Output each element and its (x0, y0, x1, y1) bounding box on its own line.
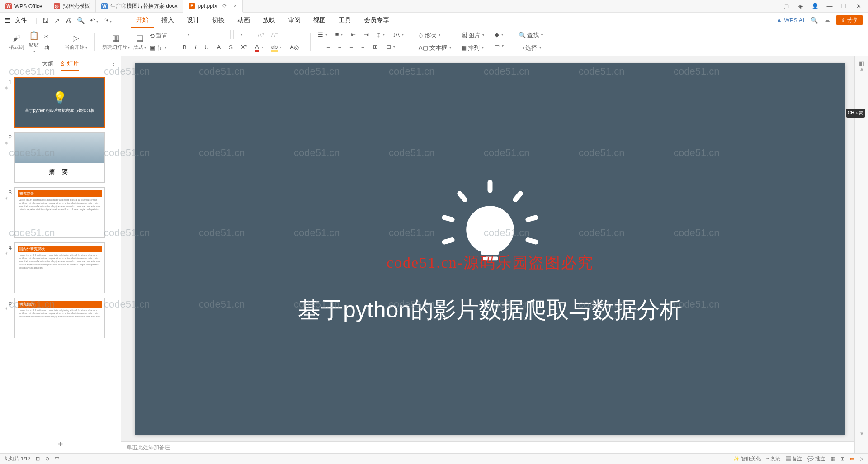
maximize-icon[interactable]: ❐ (841, 3, 847, 9)
status-comments[interactable]: 💬 批注 (807, 455, 825, 462)
tab-slideshow[interactable]: 放映 (257, 14, 281, 27)
tab-view[interactable]: 视图 (308, 14, 331, 27)
close-tab-icon[interactable]: × (233, 2, 237, 9)
bold-button[interactable]: B (181, 42, 189, 53)
align-vertical-button[interactable]: ⊟▾ (384, 42, 397, 52)
save-icon[interactable]: 🖫 (42, 17, 49, 24)
italic-button[interactable]: I (193, 42, 198, 53)
layout-button[interactable]: ▤版式▾ (132, 32, 148, 52)
indent-right-button[interactable]: ⇥ (362, 30, 371, 39)
status-notes[interactable]: ▤ 备注 (786, 455, 802, 462)
align-left-button[interactable]: ≡ (325, 42, 332, 52)
add-slide-button[interactable]: + (0, 436, 121, 453)
current-start-button[interactable]: ▷当前开始▾ (63, 32, 89, 52)
find-button[interactable]: 🔍查找▾ (517, 30, 545, 41)
slide-thumbnail-5[interactable]: 研究目的 Lorem ipsum dolor sit amet consecte… (14, 298, 105, 338)
decrease-font-button[interactable]: A⁻ (269, 30, 280, 39)
slide[interactable]: 基于python的影片数据爬取与数据分析 code51.cn-源码乐园盗图必究 (135, 63, 845, 435)
copy-button[interactable]: ⿻ (42, 43, 52, 52)
search-icon[interactable]: 🔍 (811, 17, 818, 24)
view-sorter-icon[interactable]: ⊞ (840, 456, 844, 462)
numbering-button[interactable]: ≡▾ (334, 30, 345, 39)
image-button[interactable]: 🖼图片▾ (459, 30, 486, 41)
tab-start[interactable]: 开始 (131, 13, 154, 28)
outline-button[interactable]: ▭▾ (492, 41, 505, 51)
text-direction-button[interactable]: ↕A▾ (391, 30, 406, 39)
user-icon[interactable]: 👤 (812, 3, 818, 9)
font-color-button[interactable]: A▾ (253, 42, 265, 53)
clear-format-button[interactable]: A◎▾ (288, 42, 305, 53)
format-painter-button[interactable]: 🖌格式刷 (7, 33, 26, 52)
preview-icon[interactable]: 🔍 (77, 17, 85, 24)
increase-font-button[interactable]: A⁺ (256, 30, 267, 39)
paste-button[interactable]: 📋粘贴▾ (26, 30, 42, 54)
bullets-button[interactable]: ☰▾ (316, 30, 329, 39)
shape-button[interactable]: ◇形状▾ (417, 30, 442, 41)
new-slide-button[interactable]: ▦新建幻灯片▾ (100, 32, 132, 52)
columns-button[interactable]: ⊞ (371, 42, 380, 52)
reload-icon[interactable]: ⟳ (222, 3, 227, 9)
highlight-button[interactable]: ab▾ (269, 42, 283, 53)
tab-design[interactable]: 设计 (181, 14, 205, 27)
align-right-button[interactable]: ≡ (348, 42, 355, 52)
notes-pane[interactable]: 单击此处添加备注 (121, 441, 854, 453)
view-normal-icon[interactable]: ▦ (830, 456, 835, 462)
font-size-select[interactable]: ▾ (233, 30, 253, 39)
redo-icon[interactable]: ↷▾ (104, 17, 112, 24)
app-icon[interactable]: ▢ (783, 3, 789, 9)
section-button[interactable]: ▣节▾ (148, 43, 170, 53)
collapse-icon[interactable]: ‹ (113, 61, 114, 67)
status-flow[interactable]: ≈ 条流 (766, 455, 780, 462)
line-spacing-button[interactable]: ‡▾ (375, 30, 386, 39)
cloud-icon[interactable]: ☁ (824, 17, 830, 24)
view-slideshow-icon[interactable]: ▷ (860, 456, 863, 462)
ime-indicator[interactable]: CH ♪ 简 (846, 109, 865, 118)
tab-pptx[interactable]: P ppt.pptx ⟳ × (183, 0, 243, 13)
slide-thumbnail-1[interactable]: 💡 基于python的影片数据爬取与数据分析 (14, 77, 105, 128)
tab-member[interactable]: 会员专享 (359, 14, 395, 27)
align-justify-button[interactable]: ≡ (359, 42, 367, 52)
textbox-button[interactable]: A▢文本框▾ (417, 43, 453, 53)
tab-docx[interactable]: W 生产印模图片替换方案.docx (96, 0, 184, 13)
arrange-button[interactable]: ▦排列▾ (459, 43, 486, 53)
tab-animation[interactable]: 动画 (232, 14, 255, 27)
status-lang[interactable]: 中 (55, 455, 60, 462)
strikethrough-button[interactable]: A (215, 42, 223, 53)
fill-color-button[interactable]: ◆▾ (493, 30, 505, 39)
select-button[interactable]: ▭选择▾ (517, 43, 543, 53)
slide-thumbnail-4[interactable]: 国内外研究现状 Lorem ipsum dolor sit amet conse… (14, 242, 105, 293)
cube-icon[interactable]: ◈ (797, 3, 804, 9)
slide-thumbnail-3[interactable]: 研究背景 Lorem ipsum dolor sit amet consecte… (14, 187, 105, 238)
wps-ai-button[interactable]: ▲WPS AI (776, 17, 804, 24)
tab-outline[interactable]: 大纲 (42, 60, 54, 71)
tab-wps-office[interactable]: W WPS Office (0, 0, 48, 13)
status-beautify[interactable]: ✨ 智能美化 (733, 455, 761, 462)
indent-left-button[interactable]: ⇤ (349, 30, 358, 39)
tab-review[interactable]: 审阅 (283, 14, 306, 27)
file-menu[interactable]: 文件 (15, 16, 27, 24)
status-rec-icon[interactable]: ⊙ (45, 456, 49, 462)
export-icon[interactable]: ↗ (54, 17, 60, 24)
reset-button[interactable]: ⟲重置 (148, 31, 170, 42)
hamburger-icon[interactable]: ☰ (5, 16, 10, 24)
tab-tools[interactable]: 工具 (333, 14, 357, 27)
share-button[interactable]: ⇪分享 (836, 15, 863, 25)
minimize-icon[interactable]: — (826, 3, 833, 9)
align-center-button[interactable]: ≡ (336, 42, 344, 52)
print-icon[interactable]: 🖨 (65, 17, 71, 24)
tab-transition[interactable]: 切换 (207, 14, 230, 27)
font-family-select[interactable]: ▾ (181, 30, 231, 39)
strike-button[interactable]: S (227, 42, 235, 53)
scroll-down-icon[interactable]: ▾ (860, 430, 863, 437)
underline-button[interactable]: U (203, 42, 210, 53)
cut-button[interactable]: ✂ (42, 32, 52, 41)
view-reading-icon[interactable]: ▭ (850, 456, 854, 462)
new-tab-button[interactable]: + (243, 0, 257, 13)
scroll-up-icon[interactable]: ▴ (860, 65, 863, 72)
close-window-icon[interactable]: ✕ (855, 3, 862, 9)
tab-slides[interactable]: 幻灯片 (61, 60, 79, 71)
slide-thumbnail-2[interactable]: 摘 要 (14, 132, 105, 183)
tab-insert[interactable]: 插入 (156, 14, 179, 27)
tab-template[interactable]: ◎ 找稻壳模板 (48, 0, 96, 13)
superscript-button[interactable]: X² (239, 42, 249, 53)
